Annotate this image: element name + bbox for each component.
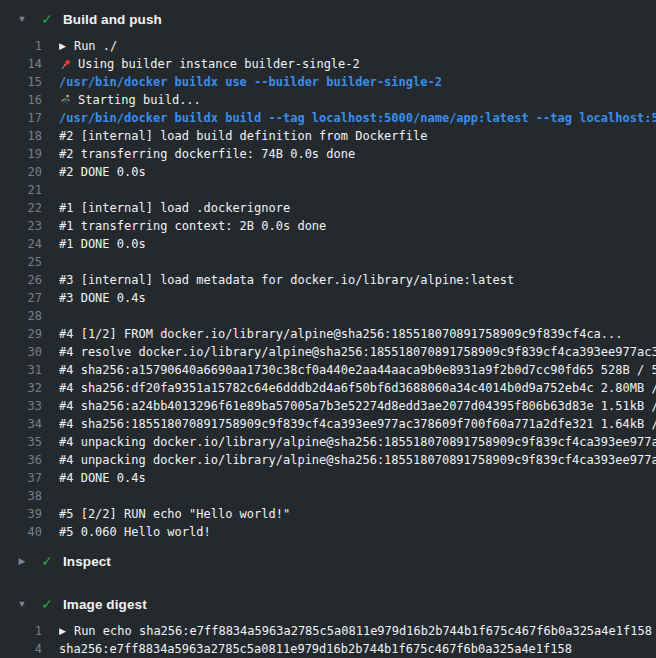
log-text: #5 0.060 Hello world!	[59, 525, 656, 539]
line-number[interactable]: 33	[0, 399, 42, 413]
log-text: /usr/bin/docker buildx build --tag local…	[59, 111, 656, 125]
line-number[interactable]: 35	[0, 435, 42, 449]
log-line: 20 #2 DONE 0.0s	[0, 163, 656, 181]
log-section-image-digest: ▼ ✓ Image digest 1 ▶Run echo sha256:e7ff…	[0, 593, 656, 658]
line-number[interactable]: 27	[0, 291, 42, 305]
log-text: #2 DONE 0.0s	[59, 165, 656, 179]
log-text: #4 resolve docker.io/library/alpine@sha2…	[59, 345, 656, 359]
log-line: 38	[0, 487, 656, 505]
line-number[interactable]: 22	[0, 201, 42, 215]
log-text: #4 unpacking docker.io/library/alpine@sh…	[59, 435, 656, 449]
log-line: 39 #5 [2/2] RUN echo "Hello world!"	[0, 505, 656, 523]
log-line: 40 #5 0.060 Hello world!	[0, 523, 656, 541]
log-text: #4 sha256:a24bb4013296f61e89ba57005a7b3e…	[59, 399, 656, 413]
runner-icon	[59, 94, 72, 107]
chevron-down-icon[interactable]: ▼	[17, 600, 27, 609]
line-number[interactable]: 30	[0, 345, 42, 359]
line-number[interactable]: 17	[0, 111, 42, 125]
log-line: 22 #1 [internal] load .dockerignore	[0, 199, 656, 217]
section-title: Build and push	[63, 12, 162, 27]
line-number[interactable]: 40	[0, 525, 42, 539]
check-icon: ✓	[40, 12, 54, 26]
log-line: 19 #2 transferring dockerfile: 74B 0.0s …	[0, 145, 656, 163]
line-number[interactable]: 23	[0, 219, 42, 233]
line-number[interactable]: 34	[0, 417, 42, 431]
log-line: 34 #4 sha256:185518070891758909c9f839cf4…	[0, 415, 656, 433]
log-text: ▶Run echo sha256:e7ff8834a5963a2785c5a08…	[59, 624, 656, 638]
log-text: #1 transferring context: 2B 0.0s done	[59, 219, 656, 233]
log-section-build-and-push: ▼ ✓ Build and push 1 ▶Run ./ 14 Using bu…	[0, 8, 656, 541]
line-number[interactable]: 31	[0, 363, 42, 377]
log-line: 28	[0, 307, 656, 325]
log-text: #1 DONE 0.0s	[59, 237, 656, 251]
log-text: #4 unpacking docker.io/library/alpine@sh…	[59, 453, 656, 467]
line-number[interactable]: 21	[0, 183, 42, 197]
run-group-line[interactable]: 1 ▶Run ./	[0, 37, 656, 55]
log-line: 30 #4 resolve docker.io/library/alpine@s…	[0, 343, 656, 361]
play-icon[interactable]: ▶	[59, 627, 66, 636]
log-text: #4 sha256:a15790640a6690aa1730c38cf0a440…	[59, 363, 656, 377]
log-lines: 1 ▶Run ./ 14 Using builder instance buil…	[0, 37, 656, 541]
line-number[interactable]: 36	[0, 453, 42, 467]
line-number[interactable]: 25	[0, 255, 42, 269]
log-line: 17 /usr/bin/docker buildx build --tag lo…	[0, 109, 656, 127]
log-text: #1 [internal] load .dockerignore	[59, 201, 656, 215]
log-text: Starting build...	[59, 93, 656, 107]
log-line: 29 #4 [1/2] FROM docker.io/library/alpin…	[0, 325, 656, 343]
log-line: 15 /usr/bin/docker buildx use --builder …	[0, 73, 656, 91]
log-line: 36 #4 unpacking docker.io/library/alpine…	[0, 451, 656, 469]
log-line: 32 #4 sha256:df20fa9351a15782c64e6dddb2d…	[0, 379, 656, 397]
line-number[interactable]: 26	[0, 273, 42, 287]
log-text: #3 [internal] load metadata for docker.i…	[59, 273, 656, 287]
line-number[interactable]: 38	[0, 489, 42, 503]
section-title: Image digest	[63, 597, 147, 612]
log-line: 27 #3 DONE 0.4s	[0, 289, 656, 307]
log-text: ▶Run ./	[59, 39, 656, 53]
line-number[interactable]: 32	[0, 381, 42, 395]
log-text: #3 DONE 0.4s	[59, 291, 656, 305]
log-line: 23 #1 transferring context: 2B 0.0s done	[0, 217, 656, 235]
line-number[interactable]: 15	[0, 75, 42, 89]
line-number[interactable]: 4	[0, 642, 42, 656]
line-number[interactable]: 16	[0, 93, 42, 107]
line-number[interactable]: 28	[0, 309, 42, 323]
check-icon: ✓	[40, 597, 54, 611]
line-number[interactable]: 37	[0, 471, 42, 485]
line-number[interactable]: 20	[0, 165, 42, 179]
log-text: #2 [internal] load build definition from…	[59, 129, 656, 143]
log-line: 31 #4 sha256:a15790640a6690aa1730c38cf0a…	[0, 361, 656, 379]
log-text: #4 sha256:185518070891758909c9f839cf4ca3…	[59, 417, 656, 431]
run-group-line[interactable]: 1 ▶Run echo sha256:e7ff8834a5963a2785c5a…	[0, 622, 656, 640]
line-number[interactable]: 1	[0, 39, 42, 53]
log-line: 4 sha256:e7ff8834a5963a2785c5a0811e979d1…	[0, 640, 656, 658]
chevron-right-icon[interactable]: ▶	[17, 557, 27, 566]
log-line: 24 #1 DONE 0.0s	[0, 235, 656, 253]
section-title: Inspect	[63, 554, 111, 569]
section-header-inspect[interactable]: ▶ ✓ Inspect	[0, 550, 656, 572]
check-icon: ✓	[40, 554, 54, 568]
line-number[interactable]: 29	[0, 327, 42, 341]
log-lines: 1 ▶Run echo sha256:e7ff8834a5963a2785c5a…	[0, 622, 656, 658]
log-text: #4 DONE 0.4s	[59, 471, 656, 485]
log-line: 18 #2 [internal] load build definition f…	[0, 127, 656, 145]
log-text: /usr/bin/docker buildx use --builder bui…	[59, 75, 656, 89]
section-header-build-and-push[interactable]: ▼ ✓ Build and push	[0, 8, 656, 30]
section-header-image-digest[interactable]: ▼ ✓ Image digest	[0, 593, 656, 615]
log-line: 14 Using builder instance builder-single…	[0, 55, 656, 73]
log-text: Using builder instance builder-single-2	[59, 57, 656, 71]
chevron-down-icon[interactable]: ▼	[17, 15, 27, 24]
log-text: #5 [2/2] RUN echo "Hello world!"	[59, 507, 656, 521]
line-number[interactable]: 24	[0, 237, 42, 251]
line-number[interactable]: 18	[0, 129, 42, 143]
workflow-log-viewer: ▼ ✓ Build and push 1 ▶Run ./ 14 Using bu…	[0, 0, 656, 658]
line-number[interactable]: 1	[0, 624, 42, 638]
log-text: #4 [1/2] FROM docker.io/library/alpine@s…	[59, 327, 656, 341]
log-text: sha256:e7ff8834a5963a2785c5a0811e979d16b…	[59, 642, 656, 656]
log-line: 37 #4 DONE 0.4s	[0, 469, 656, 487]
pushpin-icon	[59, 58, 72, 71]
line-number[interactable]: 14	[0, 57, 42, 71]
play-icon[interactable]: ▶	[59, 42, 66, 51]
log-line: 35 #4 unpacking docker.io/library/alpine…	[0, 433, 656, 451]
line-number[interactable]: 39	[0, 507, 42, 521]
line-number[interactable]: 19	[0, 147, 42, 161]
